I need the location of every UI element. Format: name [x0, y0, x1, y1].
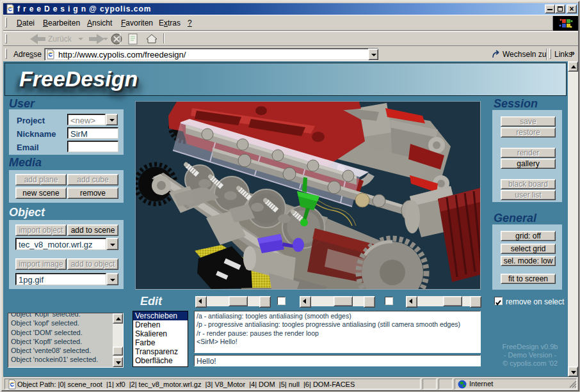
svg-text:Zurück: Zurück: [48, 35, 72, 43]
